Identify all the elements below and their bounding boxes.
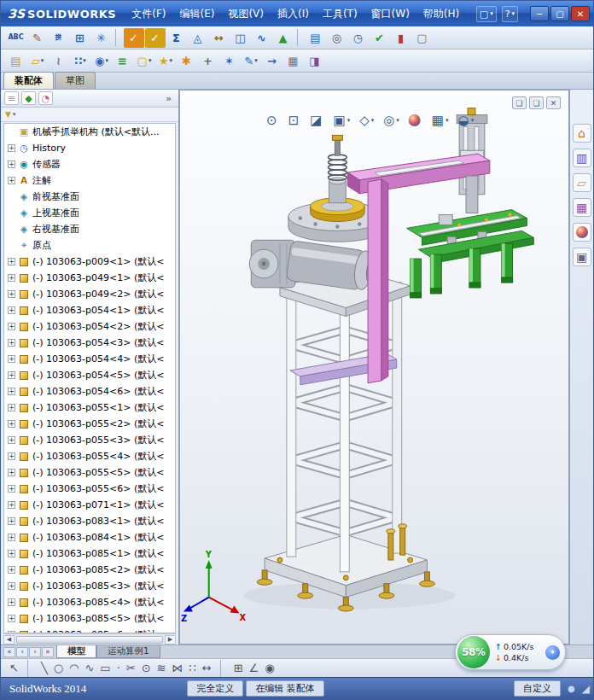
- expander-icon[interactable]: +: [8, 371, 15, 379]
- edit-appearance-icon[interactable]: ●: [409, 114, 422, 126]
- hide-show-items-icon[interactable]: ◎▾: [383, 113, 399, 128]
- render-icon[interactable]: ◨: [305, 51, 325, 71]
- sketch-pattern-icon[interactable]: ∷: [189, 662, 195, 674]
- tab-scroll-first[interactable]: «: [3, 647, 15, 657]
- circle-icon[interactable]: ○: [54, 662, 63, 674]
- expander-icon[interactable]: +: [8, 534, 15, 541]
- design-binder-icon[interactable]: ▤: [6, 51, 26, 71]
- tree-item[interactable]: + (-) 103063-p054<6> (默认<: [4, 383, 175, 400]
- expander-icon[interactable]: +: [8, 517, 15, 525]
- smart-fastener-icon[interactable]: ★▾: [155, 51, 176, 71]
- tree-item[interactable]: + (-) 103063-p055<4> (默认<: [4, 448, 175, 464]
- angle-icon[interactable]: ∠: [249, 662, 259, 674]
- large-assembly-icon[interactable]: ▢: [412, 28, 433, 48]
- tab-scroll-prev[interactable]: ‹: [16, 647, 28, 657]
- scroll-left-icon[interactable]: ◀: [3, 635, 15, 645]
- mass-properties-icon[interactable]: ◬: [188, 28, 208, 48]
- section-view-icon[interactable]: ◪: [310, 113, 323, 128]
- doc-window-close-icon[interactable]: ✕: [546, 96, 561, 109]
- expander-icon[interactable]: +: [8, 485, 15, 493]
- tree-item[interactable]: + (-) 103063-p085<4> (默认<: [4, 594, 175, 610]
- memory-percent-ball[interactable]: 58%: [457, 636, 490, 668]
- exploded-view-icon[interactable]: ✶: [219, 51, 240, 71]
- component-pattern-icon[interactable]: ∷▾: [70, 51, 90, 71]
- format-painter-icon[interactable]: ✎: [27, 28, 48, 48]
- tree-item[interactable]: + (-) 103063-p071<1> (默认<: [4, 497, 175, 513]
- tree-item[interactable]: + (-) 103063-p054<1> (默认<: [4, 302, 175, 318]
- smart-dimension-icon[interactable]: ↔: [202, 662, 212, 674]
- expander-icon[interactable]: +: [8, 420, 15, 428]
- expander-icon[interactable]: +: [8, 598, 15, 606]
- menu-view[interactable]: 视图(V): [221, 3, 271, 25]
- tab-sketch[interactable]: 草图: [55, 72, 96, 89]
- expander-icon[interactable]: +: [8, 615, 15, 622]
- tree-horizontal-scrollbar[interactable]: ◀ ▶: [3, 633, 176, 645]
- tree-item[interactable]: + (-) 103063-p055<5> (默认<: [4, 464, 175, 481]
- appearances-icon[interactable]: ●: [573, 223, 591, 242]
- custom-properties-icon[interactable]: ▣: [573, 248, 591, 266]
- display-style-icon[interactable]: ◇▾: [359, 113, 374, 128]
- graphics-viewport[interactable]: ⊙⊡◪▣▾◇▾◎▾●▦▾◒▾ ❏❏✕: [179, 90, 569, 645]
- tab-motion-study[interactable]: 运动算例1: [96, 645, 160, 658]
- menu-edit[interactable]: 编辑(E): [172, 3, 221, 25]
- minimize-button[interactable]: ─: [530, 6, 549, 21]
- expander-icon[interactable]: +: [8, 323, 15, 330]
- tree-item[interactable]: + (-) 103063-p055<1> (默认<: [4, 400, 175, 416]
- hole-table-icon[interactable]: ⊞: [70, 28, 90, 48]
- tree-item[interactable]: + (-) 103063-p054<2> (默认<: [4, 318, 175, 335]
- panel-flyout-chevron[interactable]: »: [162, 93, 175, 104]
- expander-icon[interactable]: +: [8, 290, 15, 298]
- speed-monitor-widget[interactable]: 58% ↑0.05K/s ↓0.4K/s ✦: [455, 634, 566, 670]
- maximize-button[interactable]: ▢: [550, 6, 569, 21]
- reload-icon[interactable]: ◷: [348, 28, 369, 48]
- tree-item[interactable]: + 传感器: [4, 156, 175, 172]
- tree-item[interactable]: + (-) 103063-p054<4> (默认<: [4, 351, 175, 367]
- boost-badge-icon[interactable]: ✦: [545, 645, 560, 660]
- tree-filter-bar[interactable]: ▼ ▾: [1, 108, 178, 122]
- expander-icon[interactable]: +: [8, 550, 15, 557]
- tree-item[interactable]: + (-) 103063-p054<3> (默认<: [4, 335, 175, 351]
- tree-item[interactable]: + 注解: [4, 172, 175, 189]
- tab-scroll-next[interactable]: ›: [29, 647, 41, 657]
- scrollbar-thumb[interactable]: [16, 636, 163, 644]
- new-document-icon[interactable]: ▢▾: [476, 6, 497, 22]
- statistics-icon[interactable]: ∿: [252, 28, 272, 48]
- tree-item[interactable]: + (-) 103063-p085<1> (默认<: [4, 545, 175, 562]
- expander-icon[interactable]: +: [8, 404, 15, 411]
- tree-item[interactable]: + (-) 103063-p085<3> (默认<: [4, 578, 175, 594]
- bom-table-icon[interactable]: ▤: [306, 28, 326, 48]
- mate-icon[interactable]: ✱: [177, 51, 197, 71]
- pin-note-icon[interactable]: 拼: [49, 28, 69, 48]
- tree-item[interactable]: + History: [4, 140, 175, 156]
- expander-icon[interactable]: +: [8, 469, 15, 476]
- point-icon[interactable]: ·: [117, 662, 120, 674]
- resources-home-icon[interactable]: ⌂: [573, 124, 591, 143]
- tree-item[interactable]: 前视基准面: [4, 189, 175, 205]
- expander-icon[interactable]: +: [8, 339, 15, 347]
- tree-item[interactable]: 原点: [4, 237, 175, 254]
- performance-icon[interactable]: ▮: [391, 28, 411, 48]
- design-check-icon[interactable]: ✓: [124, 28, 144, 48]
- tree-item[interactable]: + (-) 103063-p083<1> (默认<: [4, 513, 175, 529]
- tree-item[interactable]: + (-) 103063-p055<6> (默认<: [4, 481, 175, 497]
- attachment-icon[interactable]: ≀: [49, 51, 69, 71]
- tree-item[interactable]: + (-) 103063-p085<5> (默认<: [4, 610, 175, 627]
- doc-window-minimize-icon[interactable]: ❏: [529, 96, 544, 109]
- expander-icon[interactable]: +: [8, 306, 15, 314]
- tree-root-assembly[interactable]: 机械手抓举机构 (默认<默认...: [4, 124, 175, 140]
- grid-icon[interactable]: ▦: [283, 51, 304, 71]
- expander-icon[interactable]: +: [8, 501, 15, 509]
- tree-item[interactable]: + (-) 103063-p054<5> (默认<: [4, 367, 175, 383]
- convert-entities-icon[interactable]: ⊙: [142, 662, 151, 674]
- tree-item[interactable]: + (-) 103063-p049<2> (默认<: [4, 286, 175, 302]
- expander-icon[interactable]: +: [8, 582, 15, 590]
- apply-scene-icon[interactable]: ▦▾: [432, 113, 449, 128]
- view-orientation-icon[interactable]: ▣▾: [333, 113, 350, 128]
- featuremanager-tab-icon[interactable]: ≡: [4, 91, 19, 105]
- expander-icon[interactable]: +: [8, 274, 15, 282]
- view-palette-icon[interactable]: ▦: [573, 198, 591, 217]
- propertymanager-tab-icon[interactable]: ◆: [21, 91, 36, 105]
- expander-icon[interactable]: +: [8, 355, 15, 363]
- tab-scroll-last[interactable]: »: [42, 647, 54, 657]
- select-icon[interactable]: ↖: [9, 662, 19, 674]
